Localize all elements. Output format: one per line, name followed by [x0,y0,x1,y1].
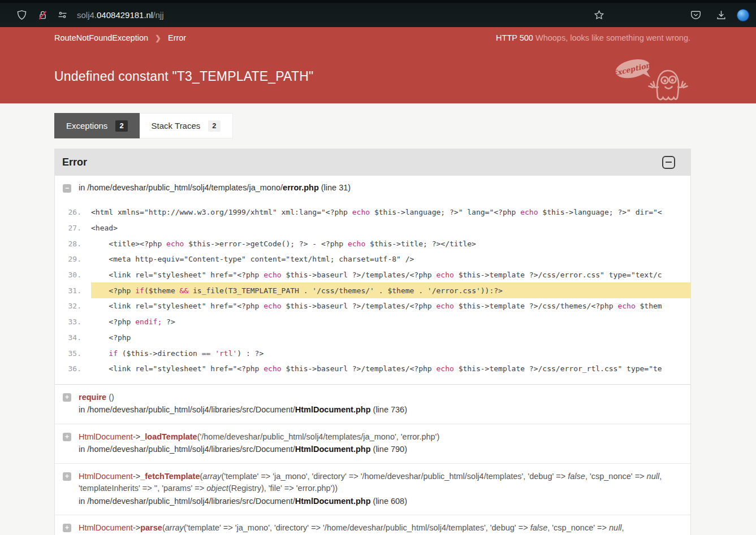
expand-toggle-icon[interactable]: + [63,524,71,532]
tab-label: Stack Traces [152,121,201,131]
frame-body: HtmlDocument->_fetchTemplate(array('temp… [79,471,681,508]
tune-icon[interactable] [57,9,68,21]
frame-signature: HtmlDocument->parse(array('template' => … [79,522,681,535]
frame-signature: HtmlDocument->_loadTemplate('/home/deves… [79,431,681,443]
line-number: 34. [55,333,91,342]
breadcrumb-current: Error [168,33,186,42]
frame-body: HtmlDocument->parse(array('template' => … [79,522,681,535]
frame-args: () [106,393,114,402]
error-location-row: − in /home/deveshar/public_html/solj4/te… [55,176,690,195]
url-path: /njj [153,10,163,20]
main-content: Exceptions2Stack Traces2 Error − in /hom… [0,103,756,535]
address-bar[interactable]: solj4.0408429181.nl/njj [77,10,163,20]
whoops-mascot: Exception! [609,52,693,104]
code-line: 28. <title><?php echo $this->error->getC… [55,236,690,251]
code-line: 29. <meta http-equiv="Content-type" cont… [55,251,690,267]
code-text: <meta http-equiv="Content-type" content=… [91,251,690,267]
insecure-lock-icon[interactable] [36,9,48,21]
expand-toggle-icon[interactable]: + [63,433,71,441]
stack-frame: +HtmlDocument->parse(array('template' =>… [55,515,690,535]
error-location-path: in /home/deveshar/public_html/solj4/temp… [79,183,283,192]
frame-location-line: (line 790) [371,445,407,454]
frame-signature: require () [79,392,681,404]
bookmark-button[interactable] [593,9,605,21]
line-number: 32. [55,302,91,310]
stack-frame: +HtmlDocument->_loadTemplate('/home/deve… [55,424,690,463]
frame-location-line: (line 608) [371,497,407,506]
code-line: 31. <?php if($theme && is_file(T3_TEMPLA… [55,282,690,298]
error-header: Undefined constant "T3_TEMPLATE_PATH" Ex… [0,49,756,103]
frame-location-line: (line 736) [371,405,407,414]
line-number: 35. [55,349,91,358]
frame-location-path: in /home/deveshar/public_html/solj4/libr… [79,497,295,506]
exception-speech-bubble: Exception! [610,55,657,86]
chevron-right-icon: ❯ [155,34,161,42]
http-status: HTTP 500 Whoops, looks like something we… [496,33,690,42]
panel-title: Error [62,156,87,168]
code-text: <html xmlns="http://www.w3.org/1999/xhtm… [91,205,690,220]
tab-exceptions[interactable]: Exceptions2 [54,113,140,138]
frame-arrow: -> [133,472,140,481]
line-number: 29. [55,255,91,263]
error-panel: Error − in /home/deveshar/public_html/so… [54,149,691,535]
tab-count-badge: 2 [115,120,127,132]
tab-bar: Exceptions2Stack Traces2 [54,113,691,138]
frame-class-name: HtmlDocument [79,432,133,441]
expand-toggle-icon[interactable]: + [63,393,71,402]
panel-collapse-button[interactable] [662,156,675,169]
stack-frames: +require ()in /home/deveshar/public_html… [55,384,690,535]
breadcrumb-exception[interactable]: RouteNotFoundException [54,33,148,42]
line-number: 26. [55,208,91,216]
frame-location-path: in /home/deveshar/public_html/solj4/libr… [79,445,295,454]
frame-method-name: parse [140,523,162,532]
tab-count-badge: 2 [208,120,220,132]
code-text: <link rel="stylesheet" href="<?php echo … [91,361,690,377]
expand-toggle-icon[interactable]: + [63,472,71,481]
code-line: 34. <?php [55,330,690,346]
collapse-toggle-icon[interactable]: − [63,184,71,193]
tab-stack-traces[interactable]: Stack Traces2 [140,113,233,138]
code-text: <head> [91,220,690,236]
code-line: 33. <?php endif; ?> [55,314,690,330]
code-line: 30. <link rel="stylesheet" href="<?php e… [55,267,690,283]
line-number: 27. [55,224,91,232]
shield-icon[interactable] [16,9,28,21]
ghost-icon [649,71,688,99]
frame-location: in /home/deveshar/public_html/solj4/libr… [79,495,681,508]
line-number: 33. [55,317,91,326]
tab-label: Exceptions [66,121,107,131]
frame-signature: HtmlDocument->_fetchTemplate(array('temp… [79,471,681,495]
code-text: <?php endif; ?> [91,314,690,330]
error-location-file: error.php [283,183,319,192]
frame-body: require ()in /home/deveshar/public_html/… [79,392,681,416]
code-line: 26.<html xmlns="http://www.w3.org/1999/x… [55,205,690,220]
code-text: <?php if($theme && is_file(T3_TEMPLATE_P… [91,282,690,298]
error-location: in /home/deveshar/public_html/solj4/temp… [79,183,351,192]
stack-frame: +HtmlDocument->_fetchTemplate(array('tem… [55,463,690,515]
account-avatar[interactable] [737,9,749,21]
frame-class-name: HtmlDocument [79,523,133,532]
frame-location-file: HtmlDocument.php [295,405,371,414]
code-line: 35. if ($this->direction == 'rtl') : ?> [55,345,690,361]
download-icon[interactable] [715,9,727,21]
http-status-code: HTTP 500 [496,33,533,42]
url-domain: 0408429181.nl [97,10,153,20]
line-number: 36. [55,364,91,373]
code-text: <link rel="stylesheet" href="<?php echo … [91,267,690,283]
browser-toolbar: solj4.0408429181.nl/njj [0,0,756,27]
code-line: 27.<head> [55,220,690,236]
frame-location-path: in /home/deveshar/public_html/solj4/libr… [79,405,295,414]
code-text: <link rel="stylesheet" href="<?php echo … [91,298,690,314]
code-text: if ($this->direction == 'rtl') : ?> [91,345,690,361]
frame-body: HtmlDocument->_loadTemplate('/home/deves… [79,431,681,456]
breadcrumb-bar: RouteNotFoundException ❯ Error HTTP 500 … [0,27,756,49]
url-prefix: solj4. [77,10,97,20]
frame-location: in /home/deveshar/public_html/solj4/libr… [79,443,681,456]
page-title: Undefined constant "T3_TEMPLATE_PATH" [54,68,313,84]
star-icon [593,9,605,21]
pocket-icon[interactable] [690,9,702,21]
frame-arrow: -> [133,523,140,532]
frame-arrow: -> [133,432,140,441]
frame-method-name: require [79,393,106,402]
frame-class-name: HtmlDocument [79,472,133,481]
